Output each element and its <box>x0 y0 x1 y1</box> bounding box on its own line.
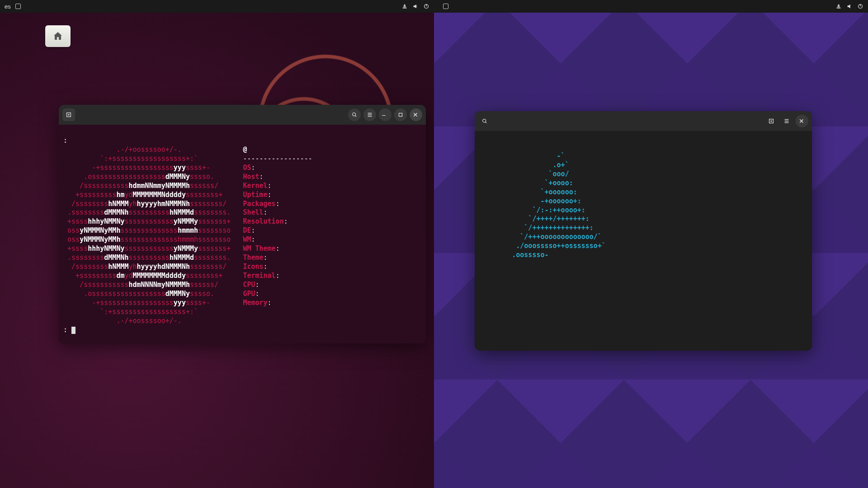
ubuntu-desktop: es <box>0 0 434 488</box>
neofetch-output: -` .o+` `ooo/ `+oooo: `+oooooo: -+oooooo… <box>479 152 807 260</box>
network-icon <box>835 3 842 9</box>
close-icon: ✕ <box>413 112 419 118</box>
search-icon <box>481 118 488 124</box>
hamburger-icon <box>367 112 373 118</box>
power-icon <box>857 3 863 9</box>
network-icon <box>401 3 408 9</box>
arch-topbar <box>434 0 868 13</box>
ubuntu-ascii-logo: .-/+oossssoo+/-. `:+ssssssssssssssssss+:… <box>63 145 231 326</box>
home-icon <box>52 31 63 42</box>
svg-point-7 <box>483 119 486 122</box>
arch-terminal-body[interactable]: -` .o+` `ooo/ `+oooo: `+oooooo: -+oooooo… <box>475 131 812 351</box>
system-tray[interactable] <box>401 3 429 9</box>
ubuntu-terminal-body[interactable]: : .-/+oossssoo+/-. `:+ssssssssssssssssss… <box>59 125 426 343</box>
menu-button[interactable] <box>780 115 793 127</box>
close-icon: ✕ <box>799 118 805 124</box>
folder-glyph <box>45 25 71 47</box>
current-app-indicator[interactable] <box>15 4 24 9</box>
arch-ascii-logo: -` .o+` `ooo/ `+oooo: `+oooooo: -+oooooo… <box>479 152 606 260</box>
terminal-app-icon <box>15 4 21 9</box>
console-app-icon <box>443 4 448 9</box>
ubuntu-terminal-titlebar[interactable]: – ✕ <box>59 105 426 125</box>
hamburger-icon <box>783 118 790 124</box>
new-tab-button[interactable] <box>765 115 778 127</box>
current-app-indicator[interactable] <box>443 4 451 9</box>
ubuntu-topbar: es <box>0 0 434 13</box>
minimize-icon: – <box>382 112 388 118</box>
svg-rect-4 <box>399 113 402 117</box>
arch-terminal-titlebar[interactable]: ✕ <box>475 111 812 131</box>
neofetch-output: .-/+oossssoo+/-. `:+ssssssssssssssssss+:… <box>63 145 421 326</box>
search-icon <box>351 112 358 118</box>
close-button[interactable]: ✕ <box>410 108 422 121</box>
cursor <box>71 327 75 334</box>
volume-icon <box>846 3 853 9</box>
new-tab-button[interactable] <box>62 108 75 121</box>
search-button[interactable] <box>478 115 491 127</box>
minimize-button[interactable]: – <box>379 108 392 121</box>
new-tab-icon <box>768 118 774 124</box>
new-tab-icon <box>66 112 72 118</box>
svg-point-3 <box>353 113 356 116</box>
arch-desktop: ✕ -` .o+` `ooo/ `+oooo: `+oooooo: -+oooo… <box>434 0 868 488</box>
ubuntu-neofetch-info: @ ----------------- OS: Host: Kernel: Up… <box>231 145 312 326</box>
arch-terminal-window[interactable]: ✕ -` .o+` `ooo/ `+oooo: `+oooooo: -+oooo… <box>475 111 812 351</box>
search-button[interactable] <box>348 108 361 121</box>
ubuntu-terminal-window[interactable]: – ✕ : .-/+oossssoo+/-. `:+ssssssssssssss… <box>59 105 426 343</box>
maximize-button[interactable] <box>394 108 407 121</box>
home-folder-icon[interactable] <box>45 25 71 50</box>
menu-button[interactable] <box>363 108 376 121</box>
activities-placeholder: es <box>5 3 11 10</box>
close-button[interactable]: ✕ <box>796 115 808 127</box>
system-tray[interactable] <box>835 3 863 9</box>
power-icon <box>423 3 429 9</box>
volume-icon <box>412 3 419 9</box>
maximize-icon <box>397 112 404 118</box>
